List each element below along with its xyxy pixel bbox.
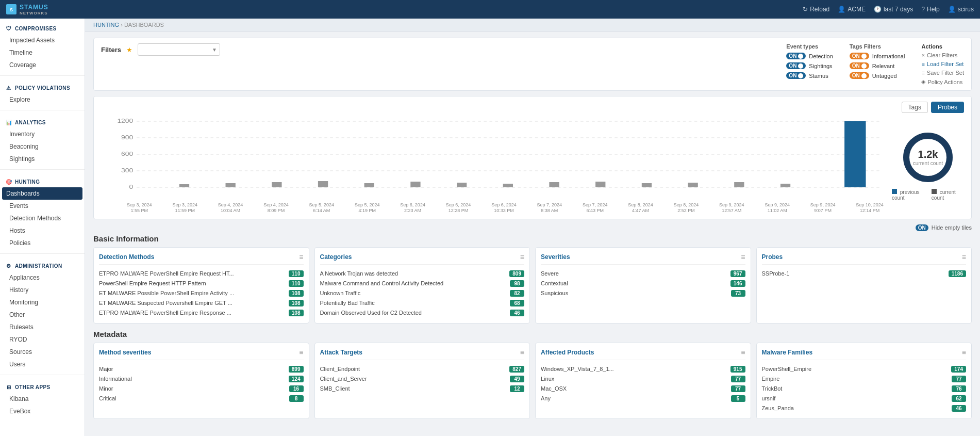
chart-label-15: Sep 9, 20249:07 PM xyxy=(810,202,836,214)
sidebar-item-sources[interactable]: Sources xyxy=(0,346,85,358)
reload-icon: ↻ xyxy=(803,6,808,13)
dm-label-0: ETPRO MALWARE PowerShell Empire Request … xyxy=(99,270,234,277)
untagged-toggle[interactable]: ON xyxy=(850,72,869,79)
mf-label-4: Zeus_Panda xyxy=(762,405,794,411)
tile-severities-header: Severities ≡ xyxy=(541,253,745,265)
breadcrumb-parent[interactable]: HUNTING xyxy=(93,22,119,28)
sidebar-item-evebox[interactable]: EveBox xyxy=(0,405,85,417)
sidebar-item-dashboards[interactable]: Dashboards xyxy=(2,187,82,200)
hide-empty-label: Hide empty tiles xyxy=(932,224,972,231)
legend-previous: previous count xyxy=(892,189,927,201)
sidebar-item-explore[interactable]: Explore xyxy=(0,93,85,106)
sidebar-item-timeline[interactable]: Timeline xyxy=(0,46,85,59)
chart-label-2: Sep 4, 202410:04 AM xyxy=(218,202,243,214)
sev-label-1: Contextual xyxy=(541,280,568,286)
policy-icon: ◈ xyxy=(921,78,925,85)
tile-method-severities-menu[interactable]: ≡ xyxy=(299,348,303,357)
help-button[interactable]: ? Help xyxy=(921,6,939,13)
stamus-toggle[interactable]: ON xyxy=(786,72,806,79)
ms-row-1: Informational 124 xyxy=(99,374,304,384)
svg-rect-20 xyxy=(503,184,513,187)
actions-group: Actions × Clear Filters ≡ Load Filter Se… xyxy=(921,43,964,85)
sidebar-item-users[interactable]: Users xyxy=(0,358,85,370)
ap-label-0: Windows_XP_Vista_7_8_1... xyxy=(541,366,614,372)
sidebar-item-impacted-assets[interactable]: Impacted Assets xyxy=(0,34,85,46)
at-val-2: 12 xyxy=(510,385,524,392)
help-icon: ? xyxy=(921,6,925,13)
app-body: 🛡 COMPROMISES Impacted Assets Timeline C… xyxy=(0,19,980,436)
chart-label-3: Sep 4, 20248:09 PM xyxy=(263,202,289,214)
ms-label-3: Critical xyxy=(99,395,117,401)
probe-label-0: SSProbe-1 xyxy=(762,270,790,277)
cat-row-3: Potentially Bad Traffic 68 xyxy=(320,298,525,308)
ap-val-2: 77 xyxy=(731,385,745,392)
sidebar-item-sightings[interactable]: Sightings xyxy=(0,153,85,165)
relevant-toggle[interactable]: ON xyxy=(850,62,869,69)
tile-detection-methods-menu[interactable]: ≡ xyxy=(299,253,303,261)
svg-rect-14 xyxy=(226,183,236,187)
at-label-2: SMB_Client xyxy=(320,385,350,392)
sidebar-item-history[interactable]: History xyxy=(0,284,85,296)
reload-button[interactable]: ↻ Reload xyxy=(803,6,829,13)
filter-select-wrap: ▼ xyxy=(138,43,220,56)
tenant-button[interactable]: 👤 ACME xyxy=(838,6,866,13)
timerange-button[interactable]: 🕐 last 7 days xyxy=(874,6,913,13)
save-filter-set-button[interactable]: ≡ Save Filter Set xyxy=(921,70,964,76)
mf-val-3: 62 xyxy=(952,395,966,402)
filter-select[interactable] xyxy=(138,43,220,56)
svg-rect-25 xyxy=(734,182,744,187)
sidebar-item-beaconing[interactable]: Beaconing xyxy=(0,140,85,153)
tile-attack-targets-menu[interactable]: ≡ xyxy=(520,348,524,357)
tile-probes-title: Probes xyxy=(762,253,783,261)
cat-val-1: 98 xyxy=(510,280,524,287)
legend-current-dot xyxy=(932,189,937,194)
breadcrumb: HUNTING › DASHBOARDS xyxy=(85,19,980,31)
sidebar-item-rulesets[interactable]: Rulesets xyxy=(0,321,85,333)
chart-icon: 📊 xyxy=(5,119,12,126)
chart-label-0: Sep 3, 20241:55 PM xyxy=(127,202,152,214)
sidebar-item-ryod[interactable]: RYOD xyxy=(0,333,85,346)
load-filter-set-button[interactable]: ≡ Load Filter Set xyxy=(921,61,964,67)
donut-label: current count xyxy=(913,160,943,166)
svg-rect-19 xyxy=(457,183,467,187)
sidebar-item-appliances[interactable]: Appliances xyxy=(0,271,85,284)
sidebar-item-events[interactable]: Events xyxy=(0,200,85,212)
policy-actions-button[interactable]: ◈ Policy Actions xyxy=(921,78,964,85)
sidebar-item-hosts[interactable]: Hosts xyxy=(0,224,85,237)
sidebar-item-kibana[interactable]: Kibana xyxy=(0,393,85,405)
svg-text:1200: 1200 xyxy=(117,118,133,124)
sidebar-item-inventory[interactable]: Inventory xyxy=(0,128,85,140)
tile-malware-families-menu[interactable]: ≡ xyxy=(962,348,966,357)
svg-text:S: S xyxy=(10,7,13,12)
sidebar-item-policies[interactable]: Policies xyxy=(0,237,85,249)
hide-empty-toggle[interactable]: ON xyxy=(916,224,928,231)
shield-icon: 🛡 xyxy=(5,25,12,32)
tile-severities-title: Severities xyxy=(541,253,570,261)
user-button[interactable]: 👤 scirus xyxy=(948,6,974,13)
clear-icon: × xyxy=(921,52,924,58)
dm-val-0: 110 xyxy=(289,270,304,277)
chart-label-8: Sep 6, 202410:33 PM xyxy=(491,202,517,214)
dm-row-2: ET MALWARE Possible PowerShell Empire Ac… xyxy=(99,288,304,298)
tile-severities-menu[interactable]: ≡ xyxy=(741,253,745,261)
sidebar-item-monitoring[interactable]: Monitoring xyxy=(0,296,85,309)
tab-tags[interactable]: Tags xyxy=(902,102,928,113)
tab-probes[interactable]: Probes xyxy=(931,102,964,113)
sev-row-1: Contextual 146 xyxy=(541,279,745,288)
tile-affected-products-menu[interactable]: ≡ xyxy=(741,348,745,357)
ms-label-1: Informational xyxy=(99,376,132,382)
ap-row-2: Mac_OSX 77 xyxy=(541,384,745,394)
sidebar-item-coverage[interactable]: Coverage xyxy=(0,59,85,71)
tile-categories: Categories ≡ A Network Trojan was detect… xyxy=(314,247,530,324)
filters-star-icon[interactable]: ★ xyxy=(126,46,132,54)
logo-icon: S xyxy=(6,4,16,14)
informational-toggle[interactable]: ON xyxy=(850,53,869,59)
sightings-toggle[interactable]: ON xyxy=(786,62,806,69)
clear-filters-button[interactable]: × Clear Filters xyxy=(921,52,964,58)
sidebar-item-other[interactable]: Other xyxy=(0,309,85,321)
sidebar-section-hunting: 🎯 HUNTING Dashboards Events Detection Me… xyxy=(0,172,85,251)
sidebar-item-detection-methods[interactable]: Detection Methods xyxy=(0,212,85,224)
tile-probes-menu[interactable]: ≡ xyxy=(962,253,966,261)
tile-categories-menu[interactable]: ≡ xyxy=(520,253,524,261)
detection-toggle[interactable]: ON xyxy=(786,53,806,59)
